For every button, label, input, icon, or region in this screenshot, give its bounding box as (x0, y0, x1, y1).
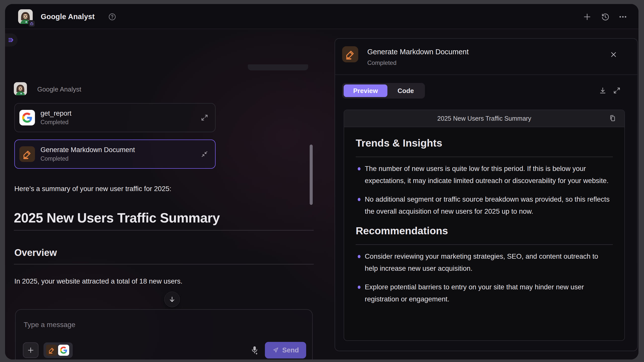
mic-icon[interactable] (249, 344, 260, 356)
expand-icon[interactable] (613, 86, 622, 96)
section-heading: Trends & Insights (356, 137, 613, 149)
app-window: Google Analyst (5, 4, 638, 359)
tool-card-title: Generate Markdown Document (41, 146, 135, 154)
help-icon[interactable] (108, 13, 116, 21)
divider (14, 264, 314, 264)
tool-card-generate-markdown[interactable]: Generate Markdown Document Completed (14, 140, 216, 169)
report-title-heading: 2025 New Users Traffic Summary (14, 210, 220, 225)
message-sender: Google Analyst (37, 85, 81, 93)
robot-badge-icon (28, 20, 35, 27)
assistant-intro-text: Here’s a summary of your new user traffi… (14, 184, 171, 193)
history-icon[interactable] (601, 12, 610, 21)
panel-title: Generate Markdown Document (367, 48, 469, 56)
overview-heading: Overview (14, 247, 57, 258)
screen: Google Analyst (0, 0, 644, 362)
top-bar: Google Analyst (5, 4, 638, 29)
pencil-icon (19, 146, 35, 162)
document-card: 2025 New Users Traffic Summary Trends & … (344, 110, 625, 341)
new-chat-plus-icon[interactable] (583, 12, 592, 21)
tool-card-status: Completed (41, 155, 135, 162)
agent-title: Google Analyst (41, 13, 95, 21)
bullet-item: Explore potential barriers to entry on y… (356, 281, 613, 305)
google-g-icon (19, 110, 35, 125)
close-icon[interactable] (609, 50, 618, 59)
panel-status: Completed (367, 59, 396, 66)
bullet-item: No additional segment or traffic source … (356, 193, 613, 217)
scroll-to-bottom-button[interactable] (164, 292, 180, 307)
more-ellipsis-icon[interactable] (618, 12, 627, 21)
divider (356, 157, 613, 157)
chat-scrollbar[interactable] (310, 145, 313, 205)
send-label: Send (282, 346, 299, 354)
expand-icon[interactable] (200, 114, 209, 122)
message-input[interactable] (24, 321, 250, 329)
active-tools-pill[interactable] (44, 342, 73, 358)
divider (14, 230, 314, 231)
bullet-item: Consider reviewing your marketing strate… (356, 250, 613, 275)
overview-text: In 2025, your website attracted a total … (14, 277, 182, 286)
collapse-icon[interactable] (200, 150, 209, 158)
pencil-icon (342, 46, 358, 62)
download-icon[interactable] (599, 86, 608, 96)
tool-card-get-report[interactable]: get_report Completed (14, 103, 216, 132)
artifact-panel: Generate Markdown Document Completed Pre… (335, 38, 638, 351)
copy-icon[interactable] (609, 114, 617, 123)
tool-card-status: Completed (41, 119, 71, 126)
scrolled-message-edge (248, 64, 308, 70)
google-g-icon (58, 345, 69, 356)
bullet-list: The number of new users is quite low for… (356, 163, 613, 217)
divider (356, 244, 613, 245)
bullet-item: The number of new users is quite low for… (356, 163, 613, 187)
document-header-title: 2025 New Users Traffic Summary (437, 115, 531, 122)
pencil-icon (46, 345, 57, 356)
tab-preview[interactable]: Preview (344, 84, 387, 97)
document-body: Trends & Insights The number of new user… (344, 127, 624, 305)
view-mode-tabs: Preview Code (342, 83, 425, 99)
attach-plus-button[interactable] (23, 342, 38, 358)
tab-code[interactable]: Code (388, 84, 423, 97)
send-plane-icon (272, 347, 279, 354)
tool-card-title: get_report (41, 110, 71, 117)
sidebar-expand-icon[interactable] (5, 33, 18, 47)
message-composer: Send (15, 309, 313, 359)
divider (335, 74, 637, 75)
bullet-list: Consider reviewing your marketing strate… (356, 250, 613, 305)
message-avatar (14, 82, 27, 95)
document-header: 2025 New Users Traffic Summary (344, 110, 624, 127)
section-heading: Recommendations (356, 225, 613, 237)
send-button[interactable]: Send (265, 342, 306, 358)
